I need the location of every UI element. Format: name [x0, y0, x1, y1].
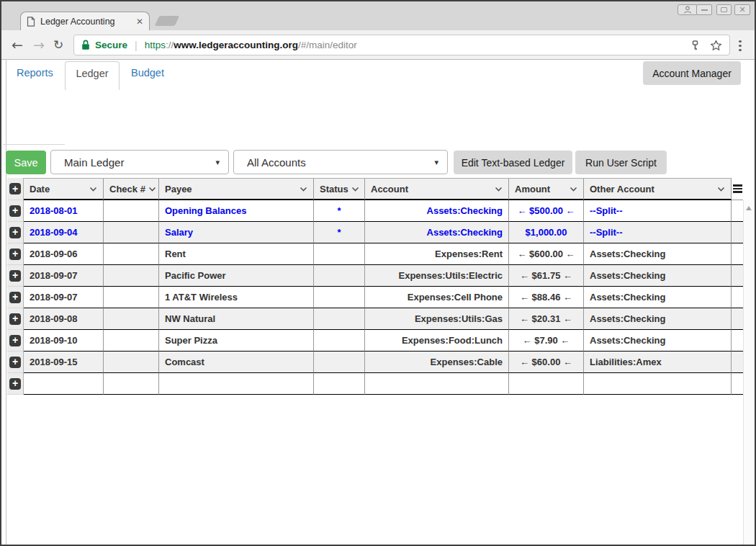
cell-amount[interactable]: $1,000.00: [509, 222, 584, 243]
add-transaction-button[interactable]: +: [9, 292, 21, 303]
cell-account[interactable]: Expenses:Cable: [365, 352, 509, 373]
column-menu-button[interactable]: [732, 178, 743, 200]
back-icon[interactable]: ←: [12, 36, 23, 53]
maximize-button[interactable]: [716, 4, 732, 15]
cell-check-number[interactable]: [104, 308, 159, 330]
profile-button[interactable]: [678, 4, 698, 15]
tab-reports[interactable]: Reports: [17, 67, 53, 79]
cell-account[interactable]: Expenses:Utils:Electric: [365, 265, 509, 287]
sort-chevron-icon[interactable]: [570, 187, 577, 192]
cell-amount[interactable]: ← $61.75 ←: [509, 265, 584, 287]
add-transaction-button[interactable]: +: [9, 357, 21, 368]
cell-date[interactable]: [24, 373, 104, 395]
address-bar[interactable]: Secure | https://www.ledgeraccounting.or…: [73, 35, 730, 55]
cell-other-account[interactable]: Assets:Checking: [584, 330, 732, 352]
browser-menu-button[interactable]: [739, 38, 742, 53]
cell-other-account[interactable]: --Split--: [584, 222, 732, 243]
password-key-button[interactable]: [690, 40, 700, 50]
cell-date[interactable]: 2018-09-04: [24, 222, 104, 243]
cell-account[interactable]: Assets:Checking: [365, 200, 509, 222]
vertical-scrollbar[interactable]: [743, 200, 753, 546]
tab-budget[interactable]: Budget: [131, 67, 164, 79]
column-header-date[interactable]: Date: [24, 178, 104, 200]
add-transaction-button[interactable]: +: [9, 183, 21, 194]
cell-amount[interactable]: [509, 373, 584, 395]
add-transaction-button[interactable]: +: [9, 378, 21, 390]
cell-date[interactable]: 2018-09-08: [24, 308, 104, 330]
cell-payee[interactable]: Salary: [159, 222, 314, 243]
cell-check-number[interactable]: [104, 287, 159, 308]
scroll-up-icon[interactable]: [746, 206, 752, 210]
cell-check-number[interactable]: [104, 243, 159, 265]
forward-icon[interactable]: →: [33, 36, 45, 53]
sort-chevron-icon[interactable]: [717, 187, 725, 192]
cell-amount[interactable]: ← $20.31 ←: [509, 308, 584, 330]
cell-payee[interactable]: Super Pizza: [159, 330, 314, 352]
cell-other-account[interactable]: Assets:Checking: [584, 287, 732, 308]
cell-account[interactable]: Assets:Checking: [365, 222, 509, 243]
new-tab-button[interactable]: [155, 16, 180, 26]
cell-account[interactable]: Expenses:Utils:Gas: [365, 308, 509, 330]
cell-status[interactable]: [314, 287, 365, 308]
sort-chevron-icon[interactable]: [89, 187, 97, 192]
cell-amount[interactable]: ← $60.00 ←: [509, 352, 584, 373]
add-transaction-button[interactable]: +: [9, 335, 21, 346]
add-transaction-button[interactable]: +: [9, 270, 21, 282]
accounts-select[interactable]: All Accounts ▾: [233, 150, 448, 174]
sort-chevron-icon[interactable]: [148, 187, 156, 192]
cell-date[interactable]: 2018-09-07: [24, 287, 104, 308]
cell-status[interactable]: [314, 373, 365, 395]
cell-status[interactable]: [314, 265, 365, 287]
add-transaction-button[interactable]: +: [9, 227, 21, 238]
cell-status[interactable]: *: [314, 222, 365, 243]
cell-payee[interactable]: 1 AT&T Wireless: [159, 287, 314, 308]
cell-date[interactable]: 2018-09-15: [24, 352, 104, 373]
column-header-check[interactable]: Check #: [104, 178, 159, 200]
sort-chevron-icon[interactable]: [495, 187, 503, 192]
cell-date[interactable]: 2018-09-10: [24, 330, 104, 352]
column-header-status[interactable]: Status: [314, 178, 365, 200]
cell-amount[interactable]: ← $88.46 ←: [509, 287, 584, 308]
cell-payee[interactable]: NW Natural: [159, 308, 314, 330]
minimize-button[interactable]: [696, 4, 712, 15]
cell-date[interactable]: 2018-09-06: [24, 243, 104, 265]
cell-other-account[interactable]: [584, 373, 732, 395]
add-transaction-button[interactable]: +: [9, 249, 21, 260]
cell-check-number[interactable]: [104, 330, 159, 352]
cell-check-number[interactable]: [104, 200, 159, 222]
cell-account[interactable]: Expenses:Rent: [365, 243, 509, 265]
edit-text-ledger-button[interactable]: Edit Text-based Ledger: [454, 151, 572, 174]
column-header-payee[interactable]: Payee: [159, 178, 314, 200]
cell-check-number[interactable]: [104, 222, 159, 243]
cell-payee[interactable]: Rent: [159, 243, 314, 265]
reload-icon[interactable]: ↻: [53, 36, 63, 53]
tab-ledger[interactable]: Ledger: [65, 61, 120, 90]
cell-status[interactable]: [314, 308, 365, 330]
tab-close-icon[interactable]: ✕: [136, 17, 143, 27]
cell-other-account[interactable]: Liabilities:Amex: [584, 352, 732, 373]
cell-date[interactable]: 2018-09-07: [24, 265, 104, 287]
column-header-amount[interactable]: Amount: [509, 178, 584, 200]
sort-chevron-icon[interactable]: [300, 187, 307, 192]
add-transaction-button[interactable]: +: [9, 313, 21, 325]
cell-check-number[interactable]: [104, 373, 159, 395]
cell-amount[interactable]: ← $600.00 ←: [509, 243, 584, 265]
column-header-account[interactable]: Account: [365, 178, 509, 200]
ledger-select[interactable]: Main Ledger ▾: [50, 150, 229, 174]
cell-amount[interactable]: ← $7.90 ←: [509, 330, 584, 352]
cell-check-number[interactable]: [104, 352, 159, 373]
cell-status[interactable]: [314, 243, 365, 265]
cell-other-account[interactable]: --Split--: [584, 200, 732, 222]
account-manager-button[interactable]: Account Manager: [643, 61, 741, 85]
cell-status[interactable]: [314, 330, 365, 352]
cell-date[interactable]: 2018-08-01: [24, 200, 104, 222]
cell-payee[interactable]: Opening Balances: [159, 200, 314, 222]
cell-check-number[interactable]: [104, 265, 159, 287]
cell-payee[interactable]: Comcast: [159, 352, 314, 373]
sort-chevron-icon[interactable]: [351, 187, 359, 192]
window-close-button[interactable]: ✕: [734, 4, 750, 15]
bookmark-star-button[interactable]: [710, 40, 722, 51]
add-transaction-button[interactable]: +: [9, 205, 21, 217]
browser-tab[interactable]: Ledger Accounting ✕: [20, 12, 150, 30]
run-user-script-button[interactable]: Run User Script: [575, 151, 667, 174]
